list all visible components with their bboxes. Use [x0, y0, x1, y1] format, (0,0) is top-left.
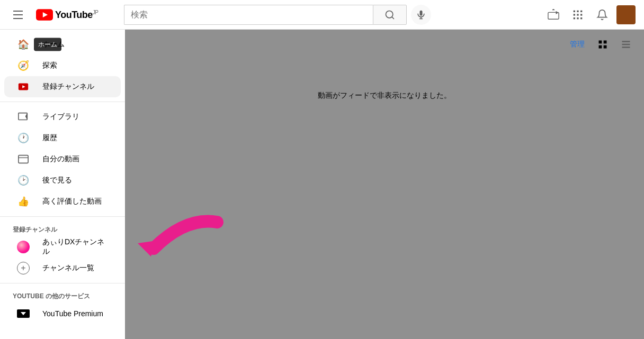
view-list-button[interactable] [616, 35, 636, 54]
watch-later-icon: 🕑 [17, 174, 30, 187]
svg-rect-20 [19, 155, 28, 163]
premium-svg [19, 310, 28, 317]
home-icon: 🏠 [17, 38, 30, 51]
my-videos-svg [17, 153, 29, 165]
hamburger-button[interactable] [8, 5, 28, 24]
sidebar-item-explore[interactable]: 🧭 探索 [4, 55, 121, 76]
search-icon [384, 10, 395, 20]
logo-suffix: JP [93, 10, 99, 15]
bell-icon [596, 9, 608, 21]
apps-icon [573, 10, 583, 20]
divider-2 [0, 216, 125, 217]
header-right [543, 5, 636, 25]
sidebar-item-library[interactable]: ライブラリ [4, 106, 121, 127]
subscriptions-icon [17, 80, 30, 93]
explore-icon: 🧭 [17, 59, 30, 72]
manage-button[interactable]: 管理 [566, 35, 589, 53]
search-button[interactable] [373, 5, 407, 25]
sidebar-library-label: ライブラリ [42, 112, 79, 122]
sidebar-premium-label: YouTube Premium [42, 309, 103, 318]
svg-rect-10 [574, 14, 575, 15]
mic-button[interactable] [411, 5, 431, 25]
create-icon [548, 9, 559, 21]
sidebar-item-subscriptions[interactable]: 登録チャンネル [4, 76, 121, 97]
notifications-button[interactable] [592, 5, 612, 25]
svg-rect-12 [580, 14, 582, 15]
liked-icon: 👍 [17, 195, 30, 208]
svg-rect-27 [604, 45, 607, 49]
add-channel-icon: + [17, 262, 30, 274]
svg-rect-24 [599, 41, 602, 44]
svg-rect-9 [580, 10, 582, 12]
logo-text: YouTubeJP [55, 10, 99, 20]
svg-marker-6 [556, 11, 559, 14]
avatar-button[interactable] [616, 5, 636, 24]
search-input-wrap [124, 5, 373, 25]
grid-view-icon [597, 39, 608, 50]
youtube-logo-icon [36, 9, 53, 21]
svg-rect-8 [577, 10, 578, 12]
sidebar: 🏠 ホーム ホーム 🧭 探索 登録チャンネル [0, 30, 125, 339]
sidebar-item-watch-later[interactable]: 🕑 後で見る [4, 170, 121, 191]
youtube-logo[interactable]: YouTubeJP [36, 9, 99, 21]
svg-rect-25 [604, 41, 607, 44]
svg-rect-26 [599, 45, 602, 49]
svg-rect-29 [622, 44, 630, 45]
history-icon: 🕐 [17, 132, 30, 144]
sidebar-subscriptions-label: 登録チャンネル [42, 82, 94, 91]
header: YouTubeJP [0, 0, 644, 30]
content-body: 動画がフィードで非表示になりました。 [125, 59, 644, 339]
create-button[interactable] [543, 5, 564, 25]
mic-icon [416, 10, 426, 20]
sidebar-watch-later-label: 後で見る [42, 176, 72, 185]
main-content: 管理 動画がフィードで非表示になりました。 [125, 30, 644, 339]
svg-rect-15 [580, 17, 582, 19]
sidebar-home-label: ホーム [42, 40, 65, 49]
svg-rect-7 [574, 10, 575, 12]
sidebar-item-liked[interactable]: 👍 高く評価した動画 [4, 191, 121, 212]
view-grid-button[interactable] [593, 35, 612, 54]
sidebar-liked-label: 高く評価した動画 [42, 197, 102, 206]
sidebar-item-channel[interactable]: あぃりDXチャンネル [4, 236, 121, 258]
apps-button[interactable] [568, 5, 588, 25]
subscriptions-svg [17, 81, 29, 93]
search-area [124, 5, 431, 25]
divider-3 [0, 283, 125, 283]
channel-avatar-inner [17, 241, 30, 253]
svg-rect-28 [622, 41, 630, 42]
premium-icon [17, 309, 30, 318]
subscriptions-section-title: 登録チャンネル [0, 221, 125, 236]
sidebar-item-home[interactable]: 🏠 ホーム ホーム [4, 34, 121, 55]
list-view-icon [621, 39, 631, 50]
body: 🏠 ホーム ホーム 🧭 探索 登録チャンネル [0, 30, 644, 339]
sidebar-my-videos-label: 自分の動画 [42, 154, 79, 164]
search-input[interactable] [124, 10, 373, 20]
svg-marker-19 [25, 113, 28, 120]
sidebar-channel-list-label: チャンネル一覧 [42, 263, 94, 273]
sidebar-item-channel-list[interactable]: + チャンネル一覧 [4, 258, 121, 279]
sidebar-channel-name: あぃりDXチャンネル [42, 237, 108, 256]
library-svg [17, 111, 29, 123]
library-icon [17, 111, 30, 123]
empty-message: 動画がフィードで非表示になりました。 [318, 91, 451, 100]
header-left: YouTubeJP [8, 5, 120, 24]
svg-rect-13 [574, 17, 575, 19]
yt-services-section-title: YOUTUBE の他のサービス [0, 288, 125, 303]
my-videos-icon [17, 153, 30, 166]
content-header: 管理 [125, 30, 644, 59]
sidebar-history-label: 履歴 [42, 133, 57, 143]
sidebar-item-my-videos[interactable]: 自分の動画 [4, 149, 121, 170]
svg-rect-30 [622, 47, 630, 48]
svg-rect-11 [577, 14, 578, 15]
channel-avatar [17, 241, 30, 253]
sidebar-item-premium[interactable]: YouTube Premium [4, 303, 121, 324]
sidebar-item-history[interactable]: 🕐 履歴 [4, 127, 121, 149]
divider-1 [0, 102, 125, 102]
sidebar-explore-label: 探索 [42, 61, 57, 70]
svg-rect-14 [577, 17, 578, 19]
svg-rect-2 [420, 10, 423, 15]
